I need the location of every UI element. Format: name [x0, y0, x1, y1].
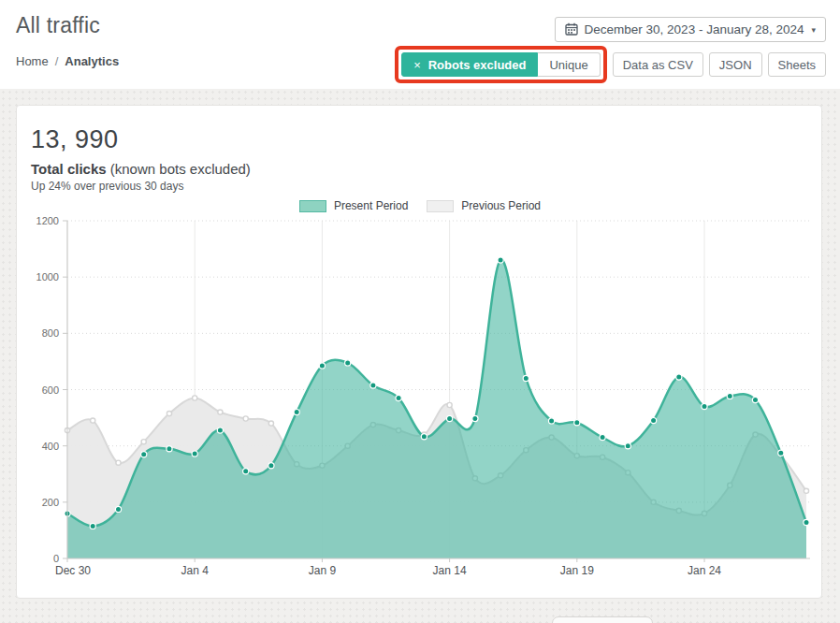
svg-text:Jan 9: Jan 9 — [309, 564, 337, 577]
svg-text:Dec 30: Dec 30 — [55, 564, 91, 577]
svg-text:1200: 1200 — [36, 215, 59, 226]
bottom-panel-edge[interactable] — [552, 616, 653, 623]
svg-text:200: 200 — [42, 497, 59, 508]
svg-text:1000: 1000 — [36, 271, 59, 283]
traffic-chart[interactable]: 020040060080010001200Dec 30Jan 4Jan 9Jan… — [0, 0, 840, 623]
svg-text:Jan 24: Jan 24 — [688, 564, 721, 577]
y-axis-labels: 020040060080010001200 — [36, 215, 59, 564]
svg-text:600: 600 — [42, 384, 59, 396]
svg-text:800: 800 — [42, 327, 59, 339]
svg-text:Jan 4: Jan 4 — [181, 564, 210, 577]
svg-text:Jan 14: Jan 14 — [433, 564, 467, 577]
x-axis-labels: Dec 30Jan 4Jan 9Jan 14Jan 19Jan 24 — [55, 564, 721, 577]
svg-text:400: 400 — [42, 441, 59, 452]
svg-text:0: 0 — [53, 553, 59, 564]
svg-text:Jan 19: Jan 19 — [560, 564, 594, 577]
